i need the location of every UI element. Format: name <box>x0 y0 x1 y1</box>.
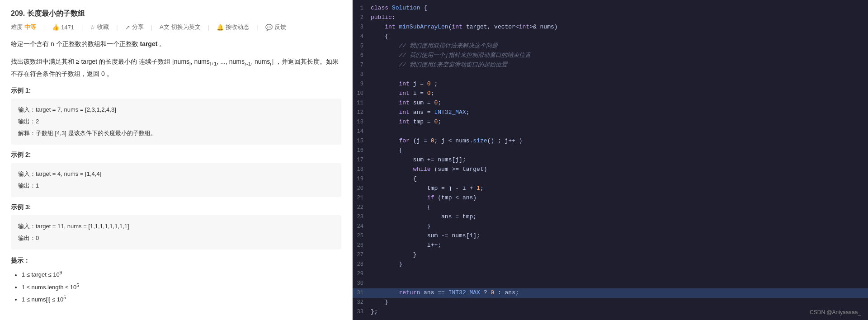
like-icon: 👍 <box>52 24 59 31</box>
code-line-24: 24 } <box>353 222 868 231</box>
code-line-20: 20 tmp = j - i + 1; <box>353 184 868 193</box>
example2-box: 输入：target = 4, nums = [1,4,4] 输出：1 <box>11 163 341 197</box>
translate-icon: A文 <box>160 23 170 31</box>
code-line-21: 21 if (tmp < ans) <box>353 193 868 203</box>
example1-explain: 解释：子数组 [4,3] 是该条件下的长度最小的子数组。 <box>18 127 334 139</box>
code-line-32: 32 } <box>353 298 868 307</box>
problem-panel: 209. 长度最小的子数组 难度 中等 | 👍 1471 | ☆ 收藏 | ↗ … <box>0 0 353 320</box>
example3-box: 输入：target = 11, nums = [1,1,1,1,1,1,1,1]… <box>11 215 341 249</box>
example3-section: 示例 3: 输入：target = 11, nums = [1,1,1,1,1,… <box>11 203 341 249</box>
problem-title: 209. 长度最小的子数组 <box>11 9 341 19</box>
problem-task: 找出该数组中满足其和 ≥ target 的长度最小的 连续子数组 [numsl,… <box>11 56 341 80</box>
animation-button[interactable]: 🔔 接收动态 <box>217 23 249 31</box>
example3-title: 示例 3: <box>11 203 341 212</box>
example2-output: 输出：1 <box>18 180 334 192</box>
difficulty-label: 难度 中等 <box>11 23 36 31</box>
code-line-31: 31 return ans == INT32_MAX ? 0 : ans; <box>353 288 868 298</box>
example1-output: 输出：2 <box>18 116 334 127</box>
hint-title: 提示： <box>11 257 341 265</box>
example1-input: 输入：target = 7, nums = [2,3,1,2,4,3] <box>18 104 334 116</box>
share-button[interactable]: ↗ 分享 <box>125 23 144 31</box>
code-container: 1 class Solution { 2 public: 3 int minSu… <box>353 4 868 317</box>
code-line-18: 18 while (sum >= target) <box>353 165 868 174</box>
code-line-8: 8 <box>353 70 868 80</box>
code-editor-panel[interactable]: 1 class Solution { 2 public: 3 int minSu… <box>353 0 868 320</box>
code-line-6: 6 // 我们使用一个j指针来控制滑动窗口的结束位置 <box>353 51 868 61</box>
share-icon: ↗ <box>125 24 130 31</box>
code-line-3: 3 int minSubArrayLen(int target, vector<… <box>353 23 868 32</box>
code-line-12: 12 int ans = INT32_MAX; <box>353 108 868 118</box>
code-line-1: 1 class Solution { <box>353 4 868 13</box>
code-line-17: 17 sum += nums[j]; <box>353 155 868 165</box>
code-line-29: 29 <box>353 269 868 279</box>
code-line-11: 11 int sum = 0; <box>353 99 868 108</box>
code-line-27: 27 } <box>353 250 868 260</box>
hint-section: 提示： 1 ≤ target ≤ 109 1 ≤ nums.length ≤ 1… <box>11 257 341 306</box>
code-line-13: 13 int tmp = 0; <box>353 118 868 127</box>
code-line-23: 23 ans = tmp; <box>353 212 868 222</box>
hint-item-2: 1 ≤ nums.length ≤ 105 <box>22 281 341 293</box>
code-line-9: 9 int j = 0 ; <box>353 80 868 89</box>
code-line-22: 22 { <box>353 203 868 212</box>
meta-bar: 难度 中等 | 👍 1471 | ☆ 收藏 | ↗ 分享 | A文 切换为英文 … <box>11 23 341 31</box>
example2-section: 示例 2: 输入：target = 4, nums = [1,4,4] 输出：1 <box>11 151 341 197</box>
watermark: CSDN @Aniyaaaaa_ <box>810 309 861 315</box>
example2-title: 示例 2: <box>11 151 341 159</box>
example3-output: 输出：0 <box>18 232 334 244</box>
code-line-14: 14 <box>353 127 868 136</box>
star-icon: ☆ <box>90 24 95 31</box>
code-line-10: 10 int i = 0; <box>353 89 868 99</box>
code-line-28: 28 } <box>353 260 868 269</box>
hint-list: 1 ≤ target ≤ 109 1 ≤ nums.length ≤ 105 1… <box>11 268 341 306</box>
bell-icon: 🔔 <box>217 24 224 31</box>
code-line-30: 30 <box>353 279 868 288</box>
code-line-15: 15 for (j = 0; j < nums.size() ; j++ ) <box>353 136 868 146</box>
code-line-4: 4 { <box>353 32 868 42</box>
code-line-33: 33 }; <box>353 307 868 317</box>
code-line-16: 16 { <box>353 146 868 155</box>
translate-button[interactable]: A文 切换为英文 <box>160 23 201 31</box>
collect-button[interactable]: ☆ 收藏 <box>90 23 109 31</box>
hint-item-1: 1 ≤ target ≤ 109 <box>22 268 341 281</box>
code-line-26: 26 i++; <box>353 241 868 250</box>
likes-button[interactable]: 👍 1471 <box>52 24 74 31</box>
problem-description: 给定一个含有 n 个正整数的数组和一个正整数 target 。 <box>11 38 341 50</box>
example1-box: 输入：target = 7, nums = [2,3,1,2,4,3] 输出：2… <box>11 99 341 145</box>
example1-section: 示例 1: 输入：target = 7, nums = [2,3,1,2,4,3… <box>11 87 341 145</box>
hint-item-3: 1 ≤ nums[i] ≤ 105 <box>22 293 341 306</box>
example2-input: 输入：target = 4, nums = [1,4,4] <box>18 168 334 180</box>
example1-title: 示例 1: <box>11 87 341 95</box>
feedback-button[interactable]: 💬 反馈 <box>265 23 286 31</box>
code-line-25: 25 sum -= nums[i]; <box>353 231 868 241</box>
code-line-7: 7 // 我们使用i来空窗滑动窗口的起始位置 <box>353 61 868 70</box>
example3-input: 输入：target = 11, nums = [1,1,1,1,1,1,1,1] <box>18 221 334 232</box>
code-line-19: 19 { <box>353 174 868 184</box>
code-line-2: 2 public: <box>353 13 868 23</box>
feedback-icon: 💬 <box>265 24 273 31</box>
code-line-5: 5 // 我们使用双指针法来解决这个问题 <box>353 42 868 51</box>
